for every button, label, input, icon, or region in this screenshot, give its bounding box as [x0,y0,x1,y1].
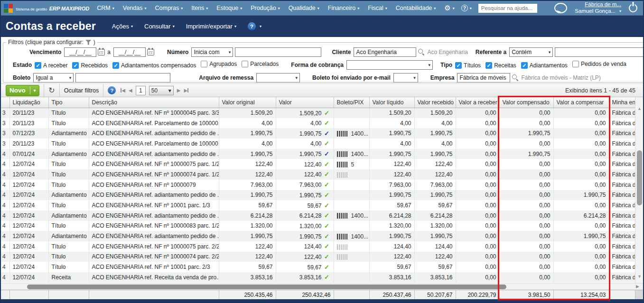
filters-panel: Filtros (clique para configurar:) Vencim… [3,39,644,83]
column-header-boleto-pix[interactable]: Boleto/PIX [334,97,369,108]
company-link[interactable]: Fábrica de m... [575,1,621,8]
page-size-select[interactable]: 50▾ [149,86,174,95]
horizontal-scrollbar-thumb[interactable] [27,285,506,289]
topbar-menu-crm[interactable]: CRM▾ [97,5,114,11]
cell-valor-a-receber: 0,00 [456,169,499,180]
topbar-menu-estoque[interactable]: Estoque▾ [216,5,242,11]
scroll-right-icon[interactable]: ▶ [636,284,639,289]
help-search-input[interactable] [478,4,537,13]
boleto-operator-select[interactable]: Igual a▾ [33,73,74,83]
table-row[interactable]: 320/11/23TítuloACO ENGENHARIA ref. NF nº… [1,108,635,118]
boleto-input[interactable] [75,73,170,83]
table-row[interactable]: 412/07/24TítuloACO ENGENHARIA ref. NF nº… [1,159,635,169]
search-icon[interactable] [418,48,425,55]
help-icon[interactable]: ? [108,86,116,94]
cell-valor-a-receber: 0,00 [456,200,499,211]
table-row[interactable]: 320/11/23TítuloACO ENGENHARIA ref. Parce… [1,138,635,149]
next-page-button[interactable]: ▶ [177,88,181,93]
table-row[interactable]: 412/07/24TítuloACO ENGENHARIA ref. NF nº… [1,262,635,272]
table-row[interactable]: 320/11/23TítuloACO ENGENHARIA ref. Parce… [1,118,635,129]
novo-button[interactable]: Novo▾ [6,85,39,96]
table-row[interactable]: 412/07/24AdiantamentoACO ENGENHARIA ref.… [1,190,635,201]
previous-page-button[interactable]: ◀ [129,88,132,93]
menu-acoes[interactable]: Ações▾ [112,23,133,30]
topbar-menu-producao[interactable]: Produção▾ [251,5,280,11]
topbar-menu-financeiro[interactable]: Financeiro▾ [328,5,359,11]
settings-menu[interactable]: ⚙▾ [444,4,454,12]
estado-checkbox-recebidos[interactable]: ✓Recebidos [72,62,108,69]
boleto-email-select[interactable]: ▾ [393,73,418,83]
topbar-menu-itens[interactable]: Itens▾ [191,5,208,11]
estado-checkbox-a-receber[interactable]: ✓A receber [35,62,67,69]
column-header-valor[interactable]: Valor [276,97,334,108]
numero-operator-select[interactable]: Inicia com▾ [191,47,233,57]
table-row[interactable]: 412/07/24AdiantamentoACO ENGENHARIA ref.… [1,211,635,221]
table-row[interactable]: 412/07/24TítuloACO ENGENHARIA ref. NF nº… [1,180,635,190]
column-header-descricao[interactable]: Descrição [89,97,219,108]
forma-cobranca-select[interactable]: ▾ [346,60,433,70]
menu-imprimir-exportar[interactable]: Imprimir/exportar▾ [186,23,236,30]
ocultar-filtros-button[interactable]: Ocultar filtros [64,87,99,94]
estado-checkbox-agrupados[interactable]: Agrupados [201,61,237,67]
barcode-icon [337,162,348,167]
column-header-liquidacao[interactable]: Liquidação [9,97,48,108]
table-row[interactable]: 412/07/24TítuloACO ENGENHARIA ref. NF nº… [1,241,635,252]
column-header-valor-original[interactable]: Valor original [219,97,276,108]
help-icon[interactable]: ? [248,22,256,30]
search-icon[interactable] [512,74,519,81]
referente-operator-select[interactable]: Contém▾ [509,47,553,57]
page-number-input[interactable]: 1 [136,86,146,95]
topbar-menu-fiscal[interactable]: Fiscal▾ [368,5,387,11]
column-header-vencimento[interactable] [1,97,9,108]
numero-input[interactable] [235,47,321,57]
filters-legend[interactable]: Filtros (clique para configurar:) [6,39,97,46]
calendar-icon[interactable] [98,49,105,55]
column-header-valor-compensado[interactable]: Valor compensado [499,97,553,108]
tipo-checkbox-receitas[interactable]: ✓Receitas [485,62,516,69]
tipo-checkbox-adiantamentos[interactable]: ✓Adiantamentos [521,62,568,69]
chat-icon[interactable] [554,3,567,13]
menu-consultar[interactable]: Consultar▾ [144,23,175,30]
logout-power-icon[interactable] [629,4,637,12]
table-row[interactable]: 412/07/24TítuloACO ENGENHARIA ref. NF nº… [1,169,635,180]
vencimento-to-input[interactable] [113,47,146,57]
topbar-menu-qualidade[interactable]: Qualidade▾ [289,5,319,11]
table-row[interactable]: 307/12/23AdiantamentoACO ENGENHARIA ref.… [1,128,635,138]
scroll-down-icon[interactable]: ▼ [635,273,644,280]
vertical-scrollbar-thumb[interactable] [637,150,642,205]
column-header-valor-liquido[interactable]: Valor líquido [369,97,414,108]
vencimento-from-input[interactable] [64,47,96,57]
tipo-checkbox-titulos[interactable]: ✓Títulos [455,62,481,69]
refresh-icon[interactable]: ↻ [48,87,55,94]
column-header-valor-a-receber[interactable]: Valor a receber [456,97,499,108]
topbar-menu-contabilidade[interactable]: Contabilidade▾ [396,5,436,11]
table-row[interactable]: 412/07/24ReceitaACO ENGENHARIA ref. Rece… [1,272,635,283]
scroll-up-icon[interactable]: ▲ [635,105,644,112]
tipo-checkbox-pedidos-de-venda[interactable]: Pedidos de venda [572,61,626,67]
arquivo-remessa-select[interactable]: ▾ [256,73,300,83]
cliente-input[interactable] [354,47,416,57]
column-header-tipo[interactable]: Tipo [48,97,89,108]
topbar-menu-compras[interactable]: Compras▾ [155,5,183,11]
table-row[interactable]: 412/07/24TítuloACO ENGENHARIA ref. NF nº… [1,200,635,211]
table-row[interactable]: 412/07/24TítuloACO ENGENHARIA ref. NF nº… [1,221,635,231]
help-menu[interactable]: ?▾ [461,5,472,11]
referente-input[interactable] [555,47,644,57]
column-header-minha-en[interactable]: Minha en [609,97,635,108]
app-logo[interactable]: Sistema de gestão ERP MAXIPROD [4,4,89,13]
last-page-button[interactable]: ▶ [184,88,188,93]
column-header-valor-a-compensar[interactable]: Valor a compensar [553,97,609,108]
horizontal-scrollbar[interactable]: ▶ [1,283,643,290]
calendar-icon[interactable] [147,49,154,55]
first-page-button[interactable]: ◀ [121,88,125,93]
estado-checkbox-adiantamentos-compensados[interactable]: ✓Adiantamentos compensados [112,62,196,69]
column-header-valor-recebido[interactable]: Valor recebido [414,97,456,108]
empresa-input[interactable] [457,73,510,83]
user-menu[interactable]: Samuel Gonça...▾ [575,8,621,15]
table-row[interactable]: 412/07/24TítuloACO ENGENHARIA ref. NF nº… [1,252,635,262]
table-row[interactable]: 412/07/24AdiantamentoACO ENGENHARIA ref.… [1,231,635,241]
vertical-scrollbar[interactable]: ▲ ▼ [635,97,643,283]
table-row[interactable]: 407/01/24AdiantamentoACO ENGENHARIA ref.… [1,149,635,159]
estado-checkbox-parcelados[interactable]: Parcelados [242,61,279,67]
topbar-menu-vendas[interactable]: Vendas▾ [123,5,147,11]
